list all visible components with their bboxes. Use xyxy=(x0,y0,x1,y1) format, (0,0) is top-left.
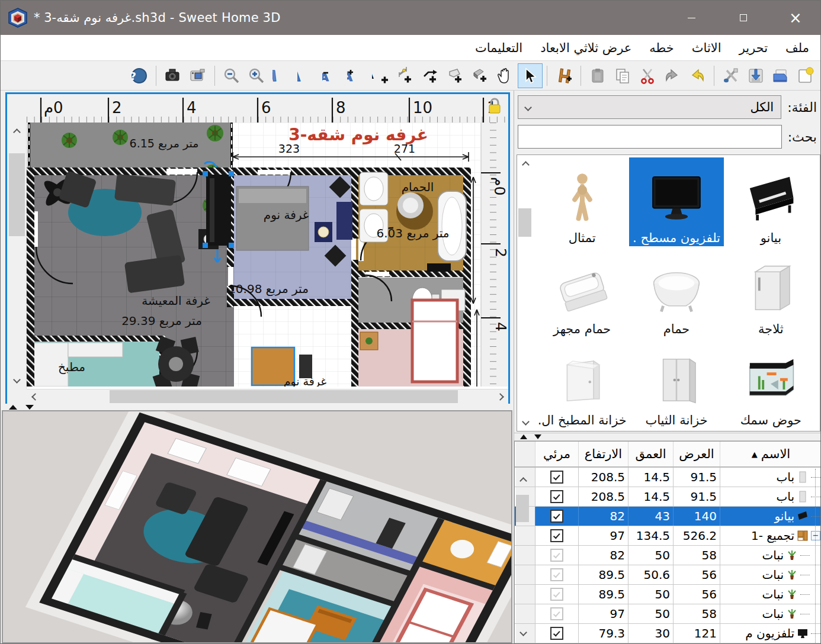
minimize-icon[interactable] xyxy=(665,1,717,35)
plan-horizontal-scrollbar[interactable] xyxy=(27,389,508,404)
table-row[interactable]: نبات 58 50 82 xyxy=(515,546,821,565)
catalog-item-piano[interactable]: بيانو xyxy=(724,157,818,246)
add-polyline-icon[interactable] xyxy=(418,63,443,88)
visible-checkbox[interactable] xyxy=(550,529,563,542)
catalog-item-equipped-bath[interactable]: حمام مجهز xyxy=(535,249,629,337)
visible-checkbox[interactable] xyxy=(550,471,563,484)
cut-icon[interactable] xyxy=(635,63,660,88)
scroll-left-icon[interactable] xyxy=(28,389,42,404)
furniture-table[interactable]: الاسم▲ العرض العمق الارتفاع مرئي باب 91.… xyxy=(514,441,821,644)
catalog-item-flat-tv[interactable]: تلفزيون مسطح . xyxy=(629,157,723,246)
visible-checkbox[interactable] xyxy=(550,607,563,620)
open-icon[interactable] xyxy=(768,63,793,88)
table-scroll-down-icon[interactable] xyxy=(516,625,530,639)
catalog-scroll-down-icon[interactable] xyxy=(518,414,533,429)
close-icon[interactable]: × xyxy=(769,1,821,35)
table-row[interactable]: باب 91.5 14.5 208.5 xyxy=(515,487,821,507)
add-furniture-icon[interactable] xyxy=(551,63,576,88)
scroll-up-icon[interactable] xyxy=(9,125,24,139)
zoom-out-icon[interactable] xyxy=(219,63,244,88)
catalog-item-aquarium[interactable]: حوض سمك xyxy=(724,340,818,429)
add-text-icon[interactable]: A xyxy=(368,63,393,88)
menu-edit[interactable]: تحرير xyxy=(730,35,777,60)
menu-file[interactable]: ملف xyxy=(777,35,818,60)
three-d-view-panel[interactable] xyxy=(2,410,512,643)
menu-help[interactable]: التعليمات xyxy=(466,35,531,60)
visible-checkbox[interactable] xyxy=(550,627,563,640)
splitter-down-icon[interactable] xyxy=(534,434,541,439)
table-row-selected[interactable]: بيانو 140 43 82 xyxy=(515,507,821,526)
scroll-right-icon[interactable] xyxy=(493,389,507,404)
add-room-icon[interactable] xyxy=(443,63,468,88)
menu-furniture[interactable]: الاثاث xyxy=(683,35,730,60)
pan-hand-icon[interactable] xyxy=(493,63,518,88)
lock-icon[interactable] xyxy=(487,98,502,115)
add-dimension-icon[interactable] xyxy=(393,63,418,88)
select-tool-icon[interactable] xyxy=(518,63,543,88)
table-row[interactable]: نبات 58 50 97 xyxy=(515,604,821,624)
col-depth[interactable]: العمق xyxy=(628,442,673,466)
bold-icon[interactable]: A xyxy=(294,63,319,88)
plan-canvas[interactable]: 6.15 متر مربع غرفه نوم شقه-3 323 271 غرف… xyxy=(27,123,508,387)
paste-icon[interactable] xyxy=(585,63,610,88)
undo-icon[interactable] xyxy=(685,63,710,88)
three-d-canvas[interactable] xyxy=(3,411,511,642)
plan-vertical-scrollbar[interactable] xyxy=(7,123,27,389)
visible-checkbox[interactable] xyxy=(550,588,563,601)
splitter-up-icon[interactable] xyxy=(520,434,527,439)
table-row[interactable]: نبات 56 50 89.5 xyxy=(515,585,821,604)
menu-plan[interactable]: خطه xyxy=(640,35,682,60)
visible-checkbox[interactable] xyxy=(550,568,563,581)
new-home-icon[interactable] xyxy=(793,63,818,88)
plan-view-panel[interactable]: م0 2 4 6 8 10 1 xyxy=(5,92,510,404)
catalog-scrollbar[interactable] xyxy=(518,156,534,430)
help-icon[interactable]: ? xyxy=(127,63,152,88)
table-row[interactable]: نبات 56 50.6 89.5 xyxy=(515,565,821,585)
splitter-up-icon[interactable] xyxy=(9,405,17,410)
search-input[interactable] xyxy=(518,125,782,149)
visible-checkbox[interactable] xyxy=(550,490,563,503)
table-row[interactable]: باب 91.5 14.5 208.5 xyxy=(515,468,821,487)
category-select[interactable]: الكل xyxy=(518,95,781,119)
create-video-icon[interactable] xyxy=(161,63,185,88)
plan-3d-splitter[interactable] xyxy=(2,404,511,410)
scroll-down-icon[interactable] xyxy=(9,372,24,387)
add-wall-icon[interactable] xyxy=(468,63,493,88)
table-scrollbar[interactable] xyxy=(516,469,531,643)
col-name[interactable]: الاسم▲ xyxy=(720,442,821,466)
create-photo-icon[interactable] xyxy=(185,63,210,88)
decrease-text-size-icon[interactable]: A xyxy=(319,63,344,88)
furniture-catalog[interactable]: بيانو تلفزيون مسطح . تمثال ثلاجة حمام حم… xyxy=(517,154,820,432)
visible-checkbox[interactable] xyxy=(550,510,563,523)
catalog-item-kitchen-cabinet[interactable]: خزانة المطبخ ال. xyxy=(535,340,629,429)
plan-canvas-area[interactable]: 6.15 متر مربع غرفه نوم شقه-3 323 271 غرف… xyxy=(27,123,508,389)
table-row[interactable]: تلفزيون م 121 30 79.3 xyxy=(515,624,821,643)
redo-icon[interactable] xyxy=(660,63,685,88)
catalog-scroll-thumb[interactable] xyxy=(518,208,531,237)
plan-hscroll-thumb[interactable] xyxy=(110,390,458,403)
plan-vscroll-thumb[interactable] xyxy=(9,153,25,236)
catalog-item-mannequin[interactable]: تمثال xyxy=(535,157,629,246)
preferences-icon[interactable] xyxy=(719,63,743,88)
catalog-table-splitter[interactable] xyxy=(514,433,821,441)
catalog-item-bathtub[interactable]: حمام xyxy=(629,249,723,337)
menu-3d-view[interactable]: عرض ثلاثي الابعاد xyxy=(531,35,640,60)
catalog-item-fridge[interactable]: ثلاجة xyxy=(724,249,818,337)
table-scroll-up-icon[interactable] xyxy=(516,474,530,488)
italic-icon[interactable]: A xyxy=(269,63,294,88)
table-scroll-thumb[interactable] xyxy=(516,495,529,522)
col-width[interactable]: العرض xyxy=(673,442,720,466)
visible-checkbox[interactable] xyxy=(550,549,563,562)
col-visible[interactable]: مرئي xyxy=(535,442,578,466)
catalog-item-wardrobe[interactable]: خزانة الثياب xyxy=(629,340,723,429)
zoom-in-icon[interactable] xyxy=(244,63,269,88)
copy-icon[interactable] xyxy=(610,63,635,88)
table-header[interactable]: الاسم▲ العرض العمق الارتفاع مرئي xyxy=(515,442,821,468)
increase-text-size-icon[interactable]: A xyxy=(344,63,368,88)
catalog-scroll-up-icon[interactable] xyxy=(518,157,533,172)
collapse-group-icon[interactable]: − xyxy=(811,531,820,540)
maximize-icon[interactable] xyxy=(717,1,769,35)
col-height[interactable]: الارتفاع xyxy=(578,442,628,466)
table-row[interactable]: −تجميع -1 526.2 134.5 97 xyxy=(515,526,821,546)
save-icon[interactable] xyxy=(743,63,768,88)
